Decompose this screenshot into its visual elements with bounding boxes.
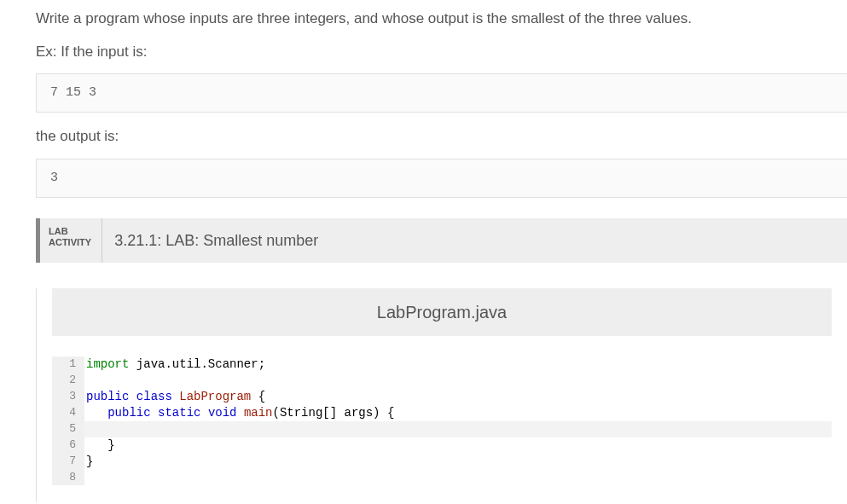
line-number: 7 bbox=[52, 454, 84, 470]
code-content[interactable] bbox=[84, 470, 832, 486]
line-number: 4 bbox=[52, 405, 84, 421]
code-content[interactable]: } bbox=[84, 454, 832, 470]
line-number: 5 bbox=[52, 421, 84, 437]
code-content[interactable]: import java.util.Scanner; bbox=[84, 356, 832, 373]
output-intro: the output is: bbox=[36, 125, 847, 148]
line-number: 3 bbox=[52, 389, 84, 405]
code-editor[interactable]: 1import java.util.Scanner;2 3public clas… bbox=[52, 356, 832, 485]
example-output-box: 3 bbox=[36, 159, 847, 198]
line-number: 2 bbox=[52, 373, 84, 389]
lab-header: LAB ACTIVITY 3.21.1: LAB: Smallest numbe… bbox=[36, 218, 847, 264]
example-intro: Ex: If the input is: bbox=[36, 40, 847, 63]
code-content[interactable]: public static void main(String[] args) { bbox=[84, 405, 832, 421]
code-line[interactable]: 1import java.util.Scanner; bbox=[52, 356, 832, 373]
line-number: 6 bbox=[52, 437, 84, 454]
line-number: 8 bbox=[52, 470, 84, 486]
code-content[interactable]: } bbox=[84, 437, 832, 454]
code-content[interactable]: public class LabProgram { bbox=[84, 389, 832, 405]
code-line[interactable]: 3public class LabProgram { bbox=[52, 389, 832, 405]
code-content[interactable] bbox=[84, 421, 832, 437]
code-line[interactable]: 8 bbox=[52, 470, 832, 486]
lab-activity-label: LAB ACTIVITY bbox=[40, 218, 102, 264]
code-line[interactable]: 4 public static void main(String[] args)… bbox=[52, 405, 832, 421]
problem-description: Write a program whose inputs are three i… bbox=[36, 7, 847, 30]
lab-activity-line1: LAB bbox=[49, 226, 68, 236]
line-number: 1 bbox=[52, 356, 84, 373]
code-line[interactable]: 6 } bbox=[52, 437, 832, 454]
editor-section: LabProgram.java 1import java.util.Scanne… bbox=[36, 288, 847, 502]
code-line[interactable]: 2 bbox=[52, 373, 832, 389]
code-line[interactable]: 7} bbox=[52, 454, 832, 470]
code-line[interactable]: 5 bbox=[52, 421, 832, 437]
example-input-box: 7 15 3 bbox=[36, 73, 847, 113]
lab-activity-line2: ACTIVITY bbox=[49, 237, 91, 247]
code-content[interactable] bbox=[84, 373, 832, 389]
filename-bar: LabProgram.java bbox=[52, 288, 832, 336]
lab-title: 3.21.1: LAB: Smallest number bbox=[102, 218, 330, 264]
